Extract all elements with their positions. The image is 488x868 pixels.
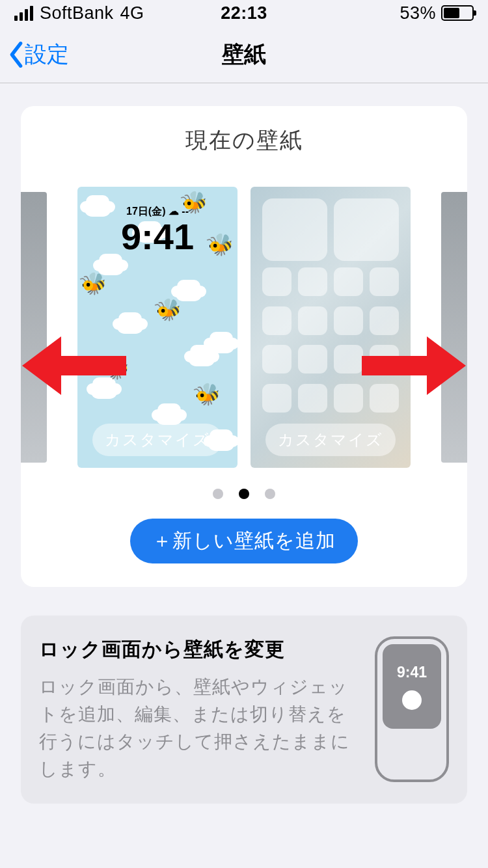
phone-illustration: 9:41 xyxy=(375,636,449,782)
wallpaper-peek-next[interactable] xyxy=(441,192,467,463)
back-button[interactable]: 設定 xyxy=(8,40,69,70)
lock-preview-time: 17日(金) ☁ -- 9:41 xyxy=(77,205,237,255)
battery-icon xyxy=(441,5,474,21)
mini-time: 9:41 xyxy=(397,664,427,681)
add-wallpaper-button[interactable]: ＋新しい壁紙を追加 xyxy=(130,519,358,563)
swipe-right-arrow-icon xyxy=(362,333,466,398)
lock-screen-thumb[interactable]: 🐝🐝 🐝🐝 🐝🐝 17日(金) ☁ -- 9:41 カスタマイズ xyxy=(77,187,237,468)
customize-lock-button[interactable]: カスタマイズ xyxy=(92,424,223,456)
carrier-label: SoftBank xyxy=(40,3,114,23)
network-label: 4G xyxy=(120,3,144,23)
swipe-left-arrow-icon xyxy=(22,333,126,398)
mini-circle-icon xyxy=(402,690,422,710)
wallpaper-scroller[interactable]: 🐝🐝 🐝🐝 🐝🐝 17日(金) ☁ -- 9:41 カスタマイズ カスタマイズ xyxy=(21,185,467,469)
nav-bar: 設定 壁紙 xyxy=(0,26,488,83)
home-screen-thumb[interactable]: カスタマイズ xyxy=(251,187,411,468)
page-dot[interactable] xyxy=(213,489,223,499)
page-dot[interactable] xyxy=(239,489,249,499)
tip-body: ロック画面から、壁紙やウィジェットを追加、編集、または切り替えを行うにはタッチし… xyxy=(39,673,359,783)
chevron-left-icon xyxy=(8,42,25,68)
tip-title: ロック画面から壁紙を変更 xyxy=(39,636,359,663)
lock-tip-card: ロック画面から壁紙を変更 ロック画面から、壁紙やウィジェットを追加、編集、または… xyxy=(21,616,467,804)
customize-home-button[interactable]: カスタマイズ xyxy=(265,424,396,456)
page-dot[interactable] xyxy=(265,489,275,499)
nav-title: 壁紙 xyxy=(222,40,266,70)
back-label: 設定 xyxy=(25,40,69,70)
signal-icon xyxy=(14,6,33,21)
battery-pct: 53% xyxy=(400,3,436,23)
status-time: 22:13 xyxy=(221,3,267,23)
status-bar: SoftBank 4G 22:13 53% xyxy=(0,0,488,26)
wallpaper-peek-prev[interactable] xyxy=(21,192,47,463)
section-heading: 現在の壁紙 xyxy=(21,126,467,156)
page-dots[interactable] xyxy=(21,489,467,499)
